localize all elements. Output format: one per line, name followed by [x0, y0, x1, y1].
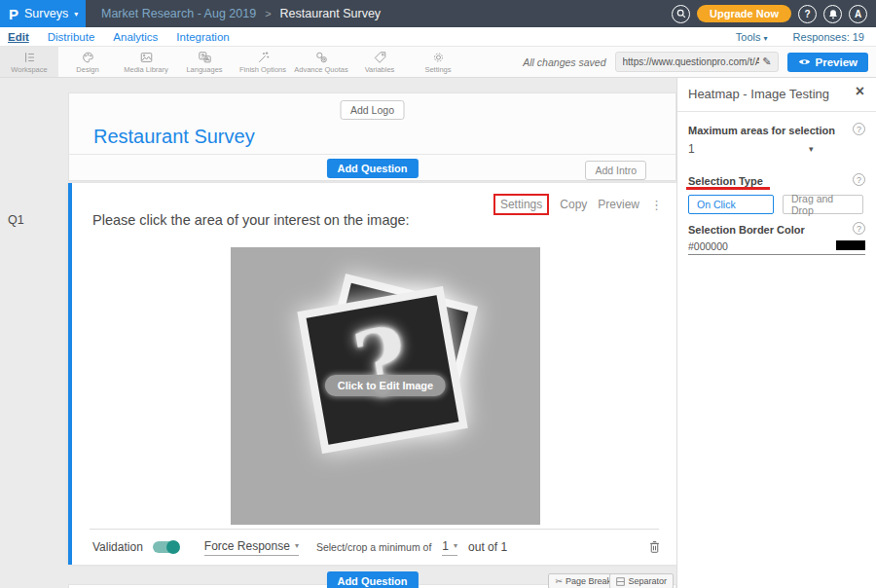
finish-options-wand-icon [256, 51, 271, 64]
questionpro-logo: P [9, 6, 18, 22]
toolbar-item-advance-quotas[interactable]: Advance Quotas [292, 47, 350, 77]
upgrade-now-button[interactable]: Upgrade Now [697, 5, 791, 22]
selection-type-on-click[interactable]: On Click [688, 195, 774, 214]
out-of-label: out of 1 [468, 540, 507, 554]
validation-divider [90, 529, 659, 530]
avatar[interactable]: A [849, 5, 867, 23]
advance-quotas-icon [314, 51, 329, 64]
max-areas-dropdown[interactable]: 1 [688, 142, 695, 156]
toolbar-right: All changes saved ✎ Preview [523, 47, 876, 77]
add-question-button-bottom[interactable]: Add Question [326, 571, 418, 588]
help-icon[interactable]: ? [798, 5, 817, 23]
questionpro-survey-editor: P Surveys ▾ Market Research - Aug 2019 >… [0, 0, 876, 588]
panel-title: Heatmap - Image Testing [688, 87, 829, 101]
question-copy-button[interactable]: Copy [560, 198, 587, 211]
separator-icon [616, 577, 625, 586]
toolbar-item-design[interactable]: Design [58, 47, 117, 77]
edit-url-pencil-icon[interactable]: ✎ [762, 55, 777, 68]
scissors-icon: ✂ [555, 576, 563, 586]
breadcrumb-parent[interactable]: Market Research - Aug 2019 [101, 7, 256, 20]
selection-type-options: On Click Drag and Drop [688, 195, 863, 214]
validation-label: Validation [92, 540, 143, 554]
question-card: Settings Copy Preview ⋮ Please click the… [68, 183, 676, 565]
toolbar-item-variables[interactable]: Variables [350, 47, 409, 77]
validation-type-dropdown[interactable]: Force Response ▾ [204, 539, 299, 556]
bell-icon[interactable] [823, 5, 842, 23]
languages-icon [198, 51, 212, 64]
variables-tag-icon [373, 51, 387, 64]
nav-right: Tools ▾ Responses: 19 [736, 31, 876, 43]
editor-toolbar: Workspace Design Media Library Languages… [0, 47, 876, 78]
breadcrumb: Market Research - Aug 2019 > Restaurant … [86, 7, 381, 20]
header-divider [69, 154, 675, 155]
chevron-down-icon: ▾ [295, 541, 299, 550]
breadcrumb-current: Restaurant Survey [280, 7, 382, 20]
survey-url-input[interactable] [616, 56, 763, 67]
nav-tab-integration[interactable]: Integration [176, 31, 229, 43]
question-mark-glyph: ? [307, 299, 456, 425]
survey-url-box: ✎ [615, 52, 779, 72]
nav-tab-analytics[interactable]: Analytics [113, 31, 158, 43]
settings-gear-icon [431, 51, 446, 64]
surveys-menu-label: Surveys [24, 7, 68, 20]
section-nav: Edit Distribute Analytics Integration To… [0, 27, 876, 47]
border-color-label: Selection Border Color [688, 224, 805, 236]
page-break-button[interactable]: ✂ Page Break [548, 573, 618, 588]
survey-header-card: Add Logo Restaurant Survey Add Question … [68, 92, 676, 181]
design-palette-icon [81, 51, 95, 64]
responses-count[interactable]: Responses: 19 [793, 31, 864, 43]
breadcrumb-separator: > [265, 8, 271, 19]
toolbar-item-settings[interactable]: Settings [409, 47, 467, 77]
toggle-knob [166, 540, 180, 554]
chevron-down-icon: ▾ [809, 144, 814, 154]
help-icon[interactable]: ? [853, 222, 865, 235]
surveys-menu[interactable]: P Surveys ▾ [0, 0, 86, 27]
minimum-selection-label: Select/crop a minimum of [316, 541, 431, 553]
separator-button[interactable]: Separator [609, 573, 674, 588]
validation-row: Validation Force Response ▾ Select/crop … [92, 538, 661, 556]
toolbar-item-media-library[interactable]: Media Library [117, 47, 175, 77]
search-icon[interactable] [672, 5, 690, 23]
border-color-underline [688, 254, 865, 255]
chevron-down-icon: ▾ [74, 10, 78, 18]
nav-tab-distribute[interactable]: Distribute [48, 31, 95, 43]
border-color-swatch[interactable] [836, 240, 865, 250]
placeholder-photo-front: ? [297, 286, 467, 454]
question-settings-button[interactable]: Settings [493, 194, 549, 215]
selection-type-annotation [686, 187, 770, 190]
panel-divider [677, 111, 876, 112]
add-logo-button[interactable]: Add Logo [340, 100, 405, 120]
selection-type-label: Selection Type [688, 175, 763, 187]
topbar-actions: Upgrade Now ? A [672, 5, 876, 23]
toolbar-item-finish-options[interactable]: Finish Options [234, 47, 292, 77]
preview-button[interactable]: Preview [787, 53, 868, 72]
question-text[interactable]: Please click the area of your interest o… [92, 212, 410, 228]
click-to-edit-image-button[interactable]: Click to Edit Image [325, 375, 446, 396]
delete-question-trash-icon[interactable] [648, 540, 661, 554]
selection-type-drag-drop[interactable]: Drag and Drop [783, 195, 863, 214]
top-bar: P Surveys ▾ Market Research - Aug 2019 >… [0, 0, 876, 27]
toolbar-item-workspace[interactable]: Workspace [0, 47, 58, 77]
save-status: All changes saved [523, 56, 605, 68]
chevron-down-icon: ▾ [454, 541, 457, 550]
question-preview-button[interactable]: Preview [598, 198, 639, 211]
between-questions-footer: Add Question ✂ Page Break Separator [68, 570, 676, 588]
validation-toggle[interactable] [153, 541, 179, 553]
add-question-button-top[interactable]: Add Question [326, 159, 418, 178]
close-icon[interactable]: × [856, 84, 864, 99]
kebab-menu-icon[interactable]: ⋮ [650, 198, 663, 212]
survey-title[interactable]: Restaurant Survey [93, 126, 255, 148]
add-intro-button[interactable]: Add Intro [585, 161, 646, 180]
help-icon[interactable]: ? [853, 173, 865, 186]
max-areas-label: Maximum areas for selection [688, 125, 835, 136]
toolbar-item-languages[interactable]: Languages [175, 47, 234, 77]
eye-icon [798, 57, 811, 66]
help-icon[interactable]: ? [853, 123, 865, 135]
border-color-value[interactable]: #000000 [688, 240, 728, 252]
question-number: Q1 [8, 213, 24, 227]
tools-menu[interactable]: Tools ▾ [736, 31, 768, 43]
question-actions: Settings Copy Preview ⋮ [493, 194, 663, 215]
nav-tab-edit[interactable]: Edit [8, 31, 29, 43]
heatmap-image-placeholder[interactable]: ? Click to Edit Image [231, 247, 540, 525]
minimum-value-dropdown[interactable]: 1 ▾ [442, 539, 457, 556]
